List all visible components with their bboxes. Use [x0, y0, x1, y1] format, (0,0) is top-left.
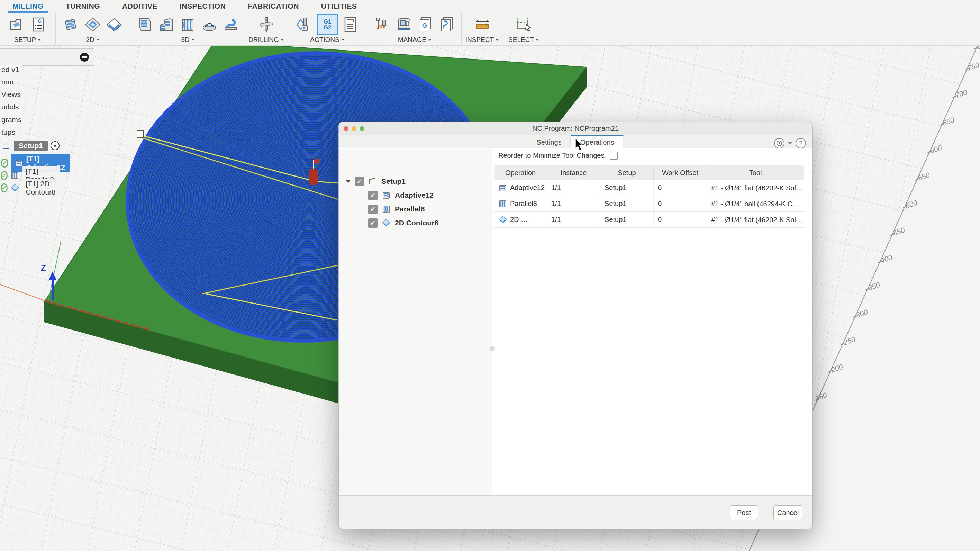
group-2d: 2D: [56, 13, 130, 46]
browser-resize-grip[interactable]: [98, 52, 100, 62]
nc-program-dialog: NC Program: NCProgram21 Settings Operati…: [339, 122, 813, 529]
3d-pocket-icon[interactable]: [157, 15, 176, 34]
dialog-title: NC Program: NCProgram21: [532, 124, 619, 132]
measure-icon[interactable]: [473, 15, 492, 34]
chevron-down-icon[interactable]: [788, 142, 792, 145]
group-actions: G1G2 ACTIONS: [286, 13, 368, 46]
adaptive-operation-icon: [498, 183, 507, 193]
tree-row-parallel8[interactable]: Parallel8: [368, 202, 425, 216]
col-instance[interactable]: Instance: [547, 166, 600, 180]
toolpath-entry-marker: [137, 131, 143, 138]
operations-table: Operation Instance Setup Work Offset Too…: [494, 166, 804, 228]
browser-item-setups[interactable]: tups: [0, 127, 19, 137]
tool-tip-dot: [314, 159, 320, 164]
dropdown-caret-icon: [96, 39, 100, 41]
browser-item-units[interactable]: mm: [0, 77, 17, 87]
3d-spiral-icon[interactable]: [221, 15, 240, 34]
contour8-checkbox[interactable]: [368, 218, 377, 228]
table-row[interactable]: Adaptive12 1/1 Setup1 0 #1 - Ø1/4" flat …: [494, 180, 804, 196]
col-operation[interactable]: Operation: [494, 166, 547, 180]
browser-operation-row[interactable]: [T1] 2D Contour8: [1, 178, 61, 197]
close-window-icon[interactable]: [344, 126, 348, 131]
group-drilling: DRILLING: [246, 13, 286, 46]
post-library-icon[interactable]: G: [416, 15, 435, 34]
table-row[interactable]: 2D … 1/1 Setup1 0 #1 - Ø1/4" flat (46202…: [494, 212, 804, 228]
tool-library-icon[interactable]: [373, 15, 392, 34]
2d-pocket-icon[interactable]: [83, 15, 102, 34]
adaptive12-checkbox[interactable]: [368, 191, 377, 200]
select-icon[interactable]: [515, 15, 533, 34]
parallel-operation-icon: [382, 205, 391, 213]
help-icon[interactable]: ?: [795, 138, 806, 148]
reorder-label: Reorder to Minimize Tool Changes: [498, 151, 604, 159]
3d-parallel-icon[interactable]: [178, 15, 197, 34]
y-axis-line: [48, 241, 61, 300]
tree-label: Parallel8: [395, 205, 425, 213]
new-setup-icon[interactable]: [8, 15, 26, 34]
table-row[interactable]: Parallel8 1/1 Setup1 0 #1 - Ø1/4" ball (…: [494, 196, 804, 212]
drill-icon[interactable]: [257, 15, 276, 34]
3d-scallop-icon[interactable]: [200, 15, 219, 34]
tree-row-adaptive12[interactable]: Adaptive12: [368, 188, 434, 202]
setup1-checkbox[interactable]: [355, 177, 364, 186]
tab-milling[interactable]: MILLING: [13, 2, 44, 10]
group-label-2d[interactable]: 2D: [86, 36, 99, 44]
2d-contour-icon[interactable]: [105, 15, 124, 34]
post-process-icon[interactable]: G1G2: [317, 14, 338, 35]
tab-additive[interactable]: ADDITIVE: [122, 2, 158, 10]
browser-item-nc-programs[interactable]: grams: [0, 115, 25, 125]
col-work-offset[interactable]: Work Offset: [654, 166, 707, 180]
pane-splitter-handle[interactable]: [490, 346, 495, 351]
parallel8-checkbox[interactable]: [368, 205, 377, 214]
dropdown-caret-icon: [38, 39, 41, 41]
setup-label[interactable]: Setup1: [14, 140, 48, 151]
setup-sheet-icon[interactable]: [341, 15, 360, 34]
2d-adaptive-icon[interactable]: [62, 15, 81, 34]
tab-utilities[interactable]: UTILITIES: [321, 2, 357, 10]
group-label-drilling[interactable]: DRILLING: [248, 36, 284, 44]
tree-row-setup1[interactable]: Setup1: [346, 174, 406, 188]
new-nc-program-icon[interactable]: G: [29, 15, 48, 34]
browser-item-models[interactable]: odels: [0, 102, 22, 112]
machine-library-icon[interactable]: [395, 15, 414, 34]
browser-header[interactable]: [0, 48, 94, 66]
cancel-button[interactable]: Cancel: [773, 505, 802, 520]
collapse-browser-icon[interactable]: [80, 53, 89, 62]
group-label-3d[interactable]: 3D: [181, 36, 194, 44]
reorder-checkbox[interactable]: [610, 151, 618, 159]
active-setup-radio-icon[interactable]: [51, 141, 59, 150]
simulate-icon[interactable]: [295, 15, 314, 34]
minimize-window-icon[interactable]: [352, 126, 356, 131]
collapse-caret-icon[interactable]: [346, 180, 350, 183]
dropdown-caret-icon: [281, 39, 284, 41]
group-label-manage[interactable]: MANAGE: [398, 36, 431, 44]
col-setup[interactable]: Setup: [600, 166, 654, 180]
browser-item-document[interactable]: ed v1: [0, 64, 22, 75]
post-button[interactable]: Post: [730, 505, 758, 520]
group-label-inspect[interactable]: INSPECT: [465, 36, 499, 44]
group-label-select[interactable]: SELECT: [508, 36, 539, 44]
tab-settings[interactable]: Settings: [527, 135, 570, 148]
group-label-setup[interactable]: SETUP: [14, 36, 41, 44]
dialog-titlebar[interactable]: NC Program: NCProgram21: [339, 122, 812, 135]
rapid-move-line: [206, 294, 337, 320]
zoom-window-icon[interactable]: [360, 126, 364, 131]
3d-adaptive-icon[interactable]: [136, 15, 154, 34]
browser-item-named-views[interactable]: Views: [0, 89, 24, 100]
operation-2d-contour8[interactable]: [T1] 2D Contour8: [22, 178, 61, 197]
template-library-icon[interactable]: [438, 15, 457, 34]
x-axis-line: [0, 285, 45, 301]
rapid-move-line: [140, 135, 315, 182]
dropdown-caret-icon: [191, 39, 195, 41]
group-label-actions[interactable]: ACTIONS: [310, 36, 344, 44]
table-header: Operation Instance Setup Work Offset Too…: [494, 166, 804, 180]
adaptive-operation-icon: [382, 191, 391, 200]
tree-row-2d-contour8[interactable]: 2D Contour8: [368, 216, 438, 230]
col-tool[interactable]: Tool: [707, 166, 804, 180]
tab-turning[interactable]: TURNING: [66, 2, 100, 10]
tab-inspection[interactable]: INSPECTION: [180, 2, 226, 10]
clock-icon[interactable]: [774, 138, 784, 148]
browser-setup-row[interactable]: Setup1: [2, 140, 59, 151]
mouse-cursor: [575, 138, 585, 152]
tab-fabrication[interactable]: FABRICATION: [248, 2, 299, 10]
